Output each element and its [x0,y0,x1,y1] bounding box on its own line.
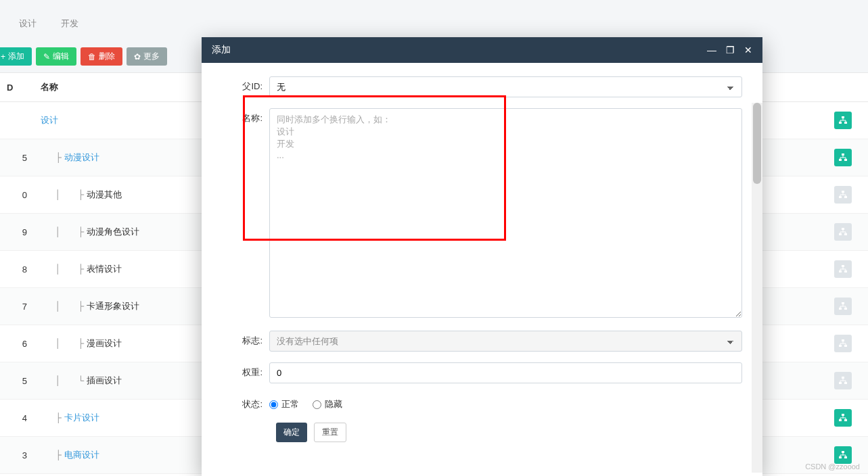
row-action [827,214,868,251]
svg-rect-25 [839,419,842,421]
row-name-text: 动漫角色设计 [87,227,139,237]
svg-rect-15 [842,302,844,304]
row-action-button[interactable] [834,112,852,129]
svg-rect-9 [842,228,844,230]
add-button[interactable]: + 添加 [0,47,32,66]
svg-rect-5 [844,159,847,161]
svg-rect-22 [839,382,842,384]
tree-icon [839,451,847,459]
row-id: 2 [0,474,34,477]
svg-rect-1 [839,122,842,124]
svg-rect-17 [844,308,847,310]
row-id: 4 [0,400,34,437]
status-hidden-radio[interactable]: 隐藏 [313,398,342,410]
row-action [827,362,868,400]
flag-label: 标志: [222,331,269,347]
row-id: 5 [0,139,34,176]
row-action [827,400,868,437]
row-action-button[interactable] [834,223,852,241]
close-icon[interactable]: ✕ [744,45,752,55]
modal-header[interactable]: 添加 — ❐ ✕ [202,37,762,63]
row-action-button[interactable] [834,409,852,427]
svg-rect-2 [844,122,847,124]
row-id: 9 [0,214,34,251]
svg-rect-18 [842,339,844,341]
delete-button[interactable]: 🗑 删除 [81,47,122,66]
svg-rect-29 [844,456,847,458]
row-action-button[interactable] [834,260,852,278]
top-tab-dev[interactable]: 开发 [49,12,91,35]
svg-rect-11 [844,233,847,235]
row-action [827,474,868,477]
more-button-label: 更多 [143,51,160,62]
svg-rect-12 [842,265,844,267]
svg-rect-3 [842,153,844,156]
row-action [827,325,868,362]
radio-normal-label: 正常 [281,398,299,410]
row-id: 6 [0,325,34,362]
row-action-button[interactable] [834,149,852,166]
minimize-icon[interactable]: — [707,45,716,55]
reset-button[interactable]: 重置 [314,423,346,442]
add-button-label: 添加 [8,51,24,62]
plus-icon: + [1,52,5,62]
row-id: 0 [0,176,34,214]
row-name-link[interactable]: 设计 [41,115,58,125]
scrollbar-thumb[interactable] [753,103,761,184]
svg-rect-23 [844,382,847,384]
row-action-button[interactable] [834,372,852,389]
row-action [827,102,868,139]
row-id: 5 [0,362,34,400]
radio-normal-input[interactable] [269,400,278,409]
more-button[interactable]: ✿ 更多 [127,47,167,66]
tree-icon [839,228,847,236]
tree-icon [839,116,847,124]
weight-input[interactable] [269,362,742,383]
row-name-link[interactable]: 电商设计 [64,450,99,460]
tree-icon [839,339,847,348]
row-action-button[interactable] [834,186,852,204]
trash-icon: 🗑 [88,52,96,62]
row-id [0,102,34,139]
edit-button[interactable]: ✎ 编辑 [36,47,76,66]
row-name-text: 表情设计 [87,264,122,274]
row-id: 3 [0,437,34,474]
svg-rect-16 [839,308,842,310]
svg-rect-19 [839,345,842,347]
svg-rect-20 [844,345,847,347]
svg-rect-0 [842,116,844,118]
maximize-icon[interactable]: ❐ [726,45,735,55]
flag-select[interactable]: 没有选中任何项 [269,331,742,352]
modal-scrollbar[interactable] [752,103,762,473]
row-name-link[interactable]: 卡片设计 [64,412,99,423]
svg-rect-24 [842,414,844,416]
row-action [827,288,868,325]
ok-button[interactable]: 确定 [276,423,307,442]
svg-rect-13 [839,270,842,272]
add-modal: 添加 — ❐ ✕ 父ID: 无 名称: [202,37,762,476]
parent-select[interactable]: 无 [269,76,742,97]
status-label: 状态: [222,394,269,410]
row-action [827,139,868,176]
row-action-button[interactable] [834,446,852,464]
edit-button-label: 编辑 [53,51,69,62]
svg-rect-26 [844,419,847,421]
row-id: 7 [0,288,34,325]
top-tab-design[interactable]: 设计 [7,12,49,35]
row-name-link[interactable]: 动漫设计 [64,152,99,162]
row-action-button[interactable] [834,335,852,352]
name-label: 名称: [222,108,269,124]
name-textarea[interactable] [269,108,742,318]
modal-title: 添加 [212,44,231,56]
row-action-button[interactable] [834,298,852,315]
delete-button-label: 删除 [99,51,115,62]
radio-hidden-input[interactable] [313,400,321,409]
status-normal-radio[interactable]: 正常 [269,398,299,410]
svg-rect-6 [842,191,844,193]
col-action-header [827,73,868,102]
tree-icon [839,191,847,199]
tree-icon [839,265,847,273]
tree-icon [839,153,847,162]
col-id-header[interactable]: D [0,73,34,102]
pencil-icon: ✎ [43,52,50,62]
